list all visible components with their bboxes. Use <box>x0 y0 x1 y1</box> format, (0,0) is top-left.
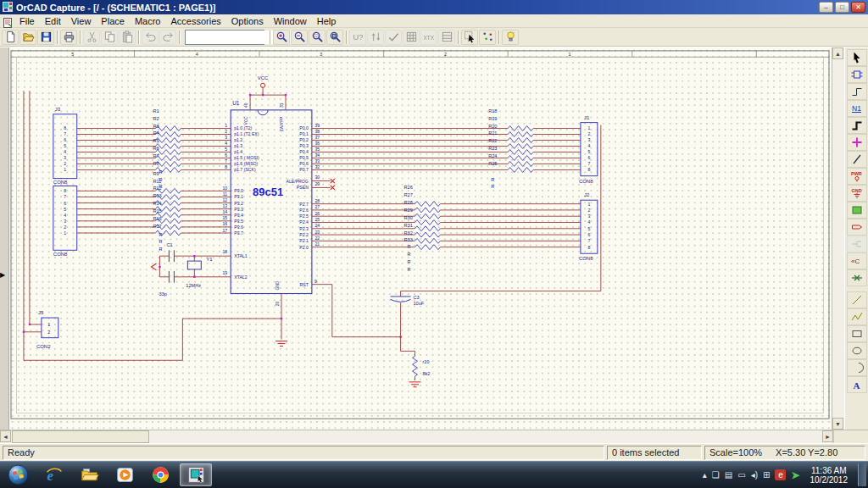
svg-text:5: 5 <box>64 143 66 148</box>
toolbar-new-button[interactable] <box>2 30 19 45</box>
svg-text:R16: R16 <box>153 216 161 221</box>
taskbar-windows-explorer[interactable] <box>73 463 105 486</box>
toolbar-help-button[interactable] <box>502 30 519 45</box>
taskbar-media-player[interactable] <box>108 463 141 486</box>
toolbar-save-button[interactable] <box>37 30 54 45</box>
menu-view[interactable]: View <box>66 16 97 26</box>
svg-text:R31: R31 <box>404 223 413 228</box>
place-no-connect-button[interactable] <box>847 269 867 286</box>
title-bar[interactable]: OrCAD Capture - [/ - (SCHEMATIC1 : PAGE1… <box>0 0 868 14</box>
toolbar-snap-to-grid-button[interactable] <box>479 30 496 45</box>
place-arc-button[interactable] <box>847 359 867 376</box>
svg-text:33: 33 <box>314 158 320 164</box>
menu-window[interactable]: Window <box>269 16 312 26</box>
taskbar-internet-explorer[interactable]: e <box>37 463 70 486</box>
place-ground-button[interactable]: GND <box>847 185 867 202</box>
svg-text:P0.5: P0.5 <box>299 155 309 160</box>
place-ellipse-button[interactable] <box>847 342 867 359</box>
scroll-left-button[interactable]: ◄ <box>0 430 11 442</box>
taskbar-clock[interactable]: 11:36 AM 10/2/2012 <box>805 466 854 485</box>
tray-network-icon[interactable]: ❏ <box>712 470 720 480</box>
svg-text:3: 3 <box>587 138 590 143</box>
show-desktop-button[interactable] <box>858 463 866 486</box>
toolbar-area-select-button[interactable] <box>461 30 478 45</box>
menu-help[interactable]: Help <box>312 16 342 26</box>
svg-text:ALE/PROG: ALE/PROG <box>286 179 308 184</box>
scroll-right-button[interactable]: ► <box>822 430 833 442</box>
place-junction-button[interactable] <box>847 134 867 151</box>
svg-text:R7: R7 <box>153 153 159 158</box>
place-hierarchical-port-button[interactable] <box>847 219 867 236</box>
taskbar-orcad-capture[interactable] <box>180 463 212 486</box>
svg-text:7: 7 <box>587 161 590 166</box>
toolbar-open-button[interactable] <box>19 30 36 45</box>
svg-text:29: 29 <box>314 181 320 186</box>
tray-window-icon[interactable]: ⊞ <box>763 470 770 480</box>
svg-text:40: 40 <box>244 103 248 108</box>
svg-text:8k2: 8k2 <box>422 371 430 376</box>
place-hierarchical-block-button[interactable] <box>847 202 867 219</box>
tray-volume-icon[interactable]: ◂) <box>751 470 758 480</box>
hidden-icons-button[interactable]: ▴ <box>703 470 707 480</box>
svg-text:p1.5 ( MOSI): p1.5 ( MOSI) <box>234 155 259 160</box>
part-search-combo[interactable]: ▼ <box>185 30 264 45</box>
svg-text:8: 8 <box>64 126 66 131</box>
menu-accessories[interactable]: Accessories <box>165 16 225 26</box>
place-wire-button[interactable] <box>847 83 867 100</box>
svg-text:5: 5 <box>225 147 227 152</box>
tray-document-icon[interactable]: ▤ <box>725 470 732 480</box>
toolbar-print-button[interactable] <box>60 30 77 45</box>
maximize-button[interactable]: □ <box>835 2 849 13</box>
svg-text:3: 3 <box>320 52 322 57</box>
svg-text:14: 14 <box>222 209 227 214</box>
place-line-button[interactable] <box>847 291 867 308</box>
taskbar-chrome[interactable] <box>144 463 176 486</box>
toolbar-separator <box>80 30 81 44</box>
toolbar-copy-button <box>101 30 118 45</box>
vertical-scrollbar[interactable]: ▲ ▼ <box>832 47 844 430</box>
svg-text:38: 38 <box>314 129 320 134</box>
horizontal-scrollbar[interactable]: ◄ ► <box>0 430 868 443</box>
place-power-button[interactable]: PWR <box>847 168 867 185</box>
svg-text:28: 28 <box>314 198 320 203</box>
toolbar-separator <box>138 30 139 44</box>
start-button[interactable] <box>2 463 34 486</box>
svg-text:N1: N1 <box>852 104 861 113</box>
tray-flag-icon[interactable]: ➤ <box>791 469 799 481</box>
svg-text:R30: R30 <box>404 215 413 220</box>
place-polyline-button[interactable] <box>847 308 867 325</box>
toolbar-zoom-all-button[interactable] <box>326 30 343 45</box>
place-rectangle-button[interactable] <box>847 325 867 342</box>
schematic-canvas[interactable]: 54321J5CON212J3CON88765432112345678R1R2R… <box>9 47 832 430</box>
minimize-button[interactable]: – <box>819 2 833 13</box>
place-text-button[interactable]: A <box>847 376 867 393</box>
place-bus-entry-button[interactable] <box>847 151 867 168</box>
select-tool-button[interactable] <box>847 49 867 66</box>
hscroll-thumb[interactable] <box>12 430 149 443</box>
toolbar-update-part-references-button <box>367 30 384 45</box>
place-net-alias-button[interactable]: N1 <box>847 100 867 117</box>
toolbar-zoom-area-button[interactable] <box>309 30 326 45</box>
svg-text:8: 8 <box>225 164 227 169</box>
menu-macro[interactable]: Macro <box>130 16 166 26</box>
menu-edit[interactable]: Edit <box>40 16 66 26</box>
svg-text:10uF: 10uF <box>414 301 425 306</box>
scroll-down-button[interactable]: ▼ <box>832 418 843 430</box>
svg-text:R25: R25 <box>488 161 497 166</box>
scroll-up-button[interactable]: ▲ <box>832 47 843 59</box>
toolbar-separator <box>458 30 459 44</box>
toolbar-cut-button <box>83 30 100 45</box>
tray-e-icon[interactable]: e <box>775 469 786 480</box>
svg-text:3: 3 <box>225 135 227 140</box>
tray-display-icon[interactable]: ▭ <box>737 470 745 480</box>
menu-options[interactable]: Options <box>226 16 269 26</box>
close-button[interactable]: ✕ <box>851 2 865 13</box>
place-bus-button[interactable] <box>847 117 867 134</box>
place-part-button[interactable] <box>847 66 867 83</box>
menu-file[interactable]: File <box>14 16 40 26</box>
toolbar-zoom-out-button[interactable] <box>291 30 308 45</box>
menu-place[interactable]: Place <box>96 16 130 26</box>
toolbar-separator <box>346 30 347 44</box>
place-off-page-connector-button[interactable]: «C <box>847 252 867 269</box>
toolbar-zoom-in-button[interactable] <box>273 30 290 45</box>
